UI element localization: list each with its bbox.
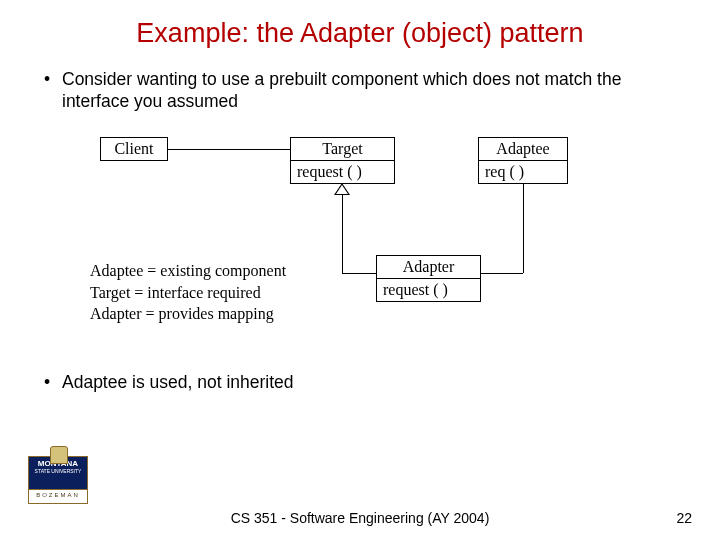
uml-diagram: Client Target request ( ) Adaptee req ( … — [90, 125, 630, 360]
logo-subtext: BOZEMAN — [28, 490, 88, 504]
bullet-dot-icon: • — [44, 69, 50, 91]
bullet-2-text: Adaptee is used, not inherited — [62, 372, 294, 392]
uml-generalization-line — [342, 195, 343, 273]
uml-operation: request ( ) — [377, 279, 480, 301]
logo-line2: STATE UNIVERSITY — [29, 469, 87, 475]
uml-class-name: Adapter — [377, 256, 480, 279]
diagram-legend: Adaptee = existing component Target = in… — [90, 260, 286, 325]
uml-class-target: Target request ( ) — [290, 137, 395, 184]
legend-line: Adapter = provides mapping — [90, 303, 286, 325]
uml-generalization-line — [342, 273, 376, 274]
uml-class-name: Target — [291, 138, 394, 161]
legend-line: Target = interface required — [90, 282, 286, 304]
uml-operation: req ( ) — [479, 161, 567, 183]
logo-crest-icon — [50, 446, 68, 464]
bullet-1-text: Consider wanting to use a prebuilt compo… — [62, 69, 621, 111]
uml-class-adaptee: Adaptee req ( ) — [478, 137, 568, 184]
university-logo: MONTANA STATE UNIVERSITY BOZEMAN — [28, 456, 88, 512]
bullet-1: • Consider wanting to use a prebuilt com… — [62, 69, 642, 113]
uml-association-line — [168, 149, 290, 150]
bullet-dot-icon: • — [44, 372, 50, 393]
uml-class-client: Client — [100, 137, 168, 161]
slide: Example: the Adapter (object) pattern • … — [0, 0, 720, 540]
legend-line: Adaptee = existing component — [90, 260, 286, 282]
page-number: 22 — [676, 510, 692, 526]
uml-class-adapter: Adapter request ( ) — [376, 255, 481, 302]
slide-title: Example: the Adapter (object) pattern — [0, 18, 720, 49]
uml-class-name: Client — [101, 138, 167, 160]
bullet-2: • Adaptee is used, not inherited — [62, 372, 622, 393]
uml-association-line — [481, 273, 523, 274]
uml-association-line — [523, 183, 524, 273]
slide-footer: CS 351 - Software Engineering (AY 2004) — [0, 510, 720, 526]
uml-operation: request ( ) — [291, 161, 394, 183]
uml-class-name: Adaptee — [479, 138, 567, 161]
uml-generalization-arrowhead-icon — [334, 183, 350, 195]
